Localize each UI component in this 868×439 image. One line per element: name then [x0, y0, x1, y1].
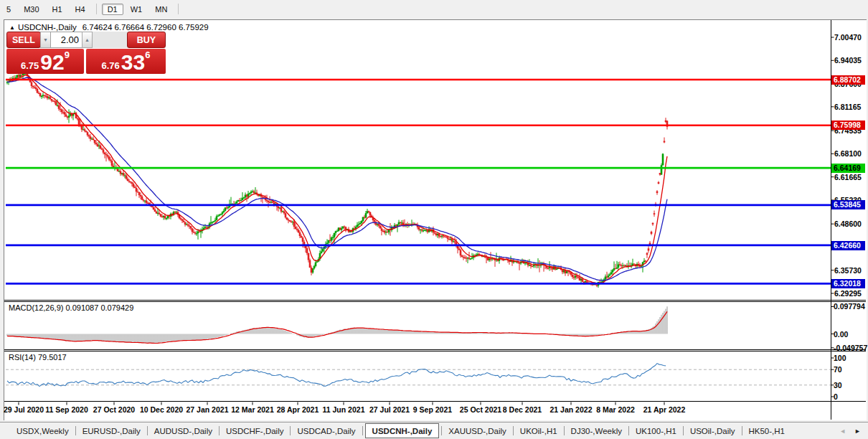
chart-ohlc-values: 6.74624 6.76664 6.72960 6.75929 [82, 23, 209, 32]
sell-price-pipette: 9 [65, 49, 70, 60]
sell-price-box[interactable]: 6.75929 [6, 49, 84, 74]
tab-scroll-controls: ◄ ► [839, 428, 868, 435]
chart-tab-usdx-weekly[interactable]: USDX,Weekly [10, 427, 75, 435]
trade-panel-prices-row: 6.75929 6.76336 [6, 49, 166, 74]
ma-fast-line [7, 75, 667, 284]
ma-slow-line [7, 77, 667, 280]
sell-button[interactable]: SELL [6, 32, 41, 48]
volume-decrease-button[interactable]: ▼ [40, 32, 51, 48]
volume-input[interactable] [50, 32, 82, 48]
chart-title: ▲USDCNH-,Daily6.74624 6.76664 6.72960 6.… [9, 23, 209, 32]
chart-tab-eurusd-daily[interactable]: EURUSD-,Daily [76, 427, 147, 435]
tab-scroll-left-icon[interactable]: ◄ [839, 428, 846, 435]
mt4-window: 5M30H1H4D1W1MN ▲USDCNH-,Daily6.74624 6.7… [0, 0, 868, 439]
sell-price-prefix: 6.75 [21, 60, 39, 71]
chart-tabs: USDX,WeeklyEURUSD-,DailyAUDUSD-,DailyUSD… [0, 423, 791, 439]
bullish-candles [7, 71, 663, 288]
rsi-indicator-label: RSI(14) 79.5017 [9, 353, 67, 362]
chart-tab-uk100-h1[interactable]: UK100-,H1 [629, 427, 683, 435]
one-click-trading-panel: SELL ▼ ▲ BUY 6.75929 6.76336 [6, 32, 166, 74]
chart-tab-xauusd-daily[interactable]: XAUUSD-,Daily [442, 427, 513, 435]
chart-tab-usdcad-daily[interactable]: USDCAD-,Daily [291, 427, 362, 435]
chevron-up-icon: ▲ [85, 37, 90, 42]
buy-price-prefix: 6.76 [102, 60, 120, 71]
bullish-candle-bodies [7, 73, 663, 285]
chart-tab-ukoil-h1[interactable]: UKOil-,H1 [514, 427, 564, 435]
chart-tab-usoil-daily[interactable]: USOil-,Daily [684, 427, 742, 435]
bearish-candle-bodies [11, 73, 667, 285]
volume-increase-button[interactable]: ▲ [82, 32, 93, 48]
collapse-triangle-icon[interactable]: ▲ [9, 24, 15, 31]
buy-price-big-digits: 33 [121, 53, 145, 72]
chart-tab-usdcnh-daily[interactable]: USDCNH-,Daily [365, 423, 440, 438]
buy-price-pipette: 6 [145, 49, 150, 60]
chart-tab-bar: USDX,WeeklyEURUSD-,DailyAUDUSD-,DailyUSD… [0, 422, 868, 439]
trade-panel-controls-row: SELL ▼ ▲ BUY [6, 32, 166, 48]
tab-separator [362, 426, 363, 435]
bearish-candles [11, 70, 667, 287]
buy-button[interactable]: BUY [127, 32, 166, 48]
chart-tab-hk50-h1[interactable]: HK50-,H1 [742, 427, 792, 435]
chart-tab-usdchf-daily[interactable]: USDCHF-,Daily [220, 427, 291, 435]
chart-tab-audusd-daily[interactable]: AUDUSD-,Daily [148, 427, 219, 435]
buy-price-box[interactable]: 6.76336 [86, 49, 166, 74]
macd-indicator-label: MACD(12,26,9) 0.091087 0.079429 [9, 303, 133, 312]
chart-symbol-period: USDCNH-,Daily [18, 23, 77, 32]
sell-price-big-digits: 92 [40, 53, 64, 72]
chevron-down-icon: ▼ [43, 37, 48, 42]
chart-tab-dj30-weekly[interactable]: DJ30-,Weekly [565, 427, 628, 435]
rsi-line [7, 364, 666, 387]
tab-scroll-right-icon[interactable]: ► [854, 428, 861, 435]
